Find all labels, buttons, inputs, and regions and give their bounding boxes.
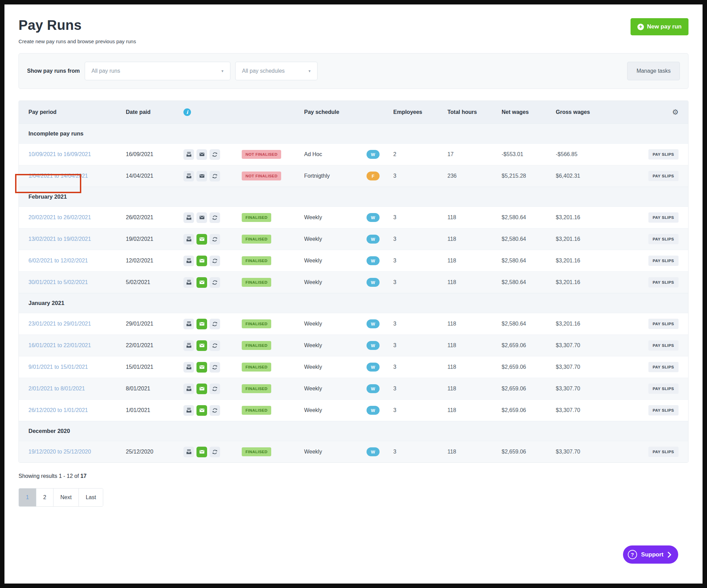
pay-slips-button[interactable]: PAY SLIPS [648, 447, 679, 457]
refresh-icon-button[interactable] [209, 256, 220, 266]
journal-icon-button[interactable] [183, 447, 194, 457]
total-hours-value: 118 [447, 407, 502, 413]
pay-slips-button[interactable]: PAY SLIPS [648, 277, 679, 287]
refresh-icon-button[interactable] [209, 234, 220, 245]
date-paid-value: 1/01/2021 [126, 407, 183, 413]
email-icon-button[interactable] [196, 256, 207, 266]
pay-period-link[interactable]: 19/12/2020 to 25/12/2020 [28, 449, 91, 455]
pay-period-link[interactable]: 23/01/2021 to 29/01/2021 [28, 321, 91, 327]
refresh-icon-button[interactable] [209, 212, 220, 223]
pay-slips-button[interactable]: PAY SLIPS [648, 149, 679, 160]
envelope-icon [199, 449, 205, 455]
employees-value: 3 [393, 279, 447, 285]
refresh-icon [212, 386, 218, 392]
envelope-icon [199, 152, 205, 157]
page-header: Pay Runs Create new pay runs and browse … [19, 17, 688, 44]
journal-icon-button[interactable] [183, 319, 194, 329]
pay-period-link[interactable]: 20/02/2021 to 26/02/2021 [28, 214, 91, 220]
total-hours-value: 118 [447, 258, 502, 264]
envelope-icon [199, 386, 205, 391]
refresh-icon-button[interactable] [209, 405, 220, 416]
journal-icon-button[interactable] [183, 340, 194, 351]
refresh-icon [212, 408, 218, 413]
page-1-button[interactable]: 1 [19, 489, 36, 506]
status-badge: NOT FINALISED [242, 150, 281, 159]
status-badge: FINALISED [242, 406, 271, 415]
employees-value: 3 [393, 173, 447, 179]
pay-run-row: 23/01/2021 to 29/01/202129/01/2021FINALI… [19, 313, 688, 334]
email-icon-button[interactable] [196, 405, 207, 416]
total-hours-value: 118 [447, 386, 502, 392]
next-page-button[interactable]: Next [53, 489, 79, 506]
col-pay-schedule: Pay schedule [304, 109, 367, 115]
journal-icon-button[interactable] [183, 171, 194, 181]
email-icon-button[interactable] [196, 149, 207, 160]
last-page-button[interactable]: Last [79, 489, 103, 506]
pay-runs-page: Pay Runs Create new pay runs and browse … [4, 4, 703, 584]
refresh-icon-button[interactable] [209, 171, 220, 181]
pay-period-link[interactable]: 16/01/2021 to 22/01/2021 [28, 342, 91, 348]
journal-icon-button[interactable] [183, 149, 194, 160]
pay-slips-button[interactable]: PAY SLIPS [648, 384, 679, 394]
email-icon-button[interactable] [196, 340, 207, 351]
pay-period-link[interactable]: 6/02/2021 to 12/02/2021 [28, 258, 88, 263]
manage-tasks-button[interactable]: Manage tasks [627, 62, 680, 80]
email-icon-button[interactable] [196, 277, 207, 288]
email-icon-button[interactable] [196, 384, 207, 394]
total-hours-value: 118 [447, 321, 502, 327]
refresh-icon-button[interactable] [209, 149, 220, 160]
journal-icon-button[interactable] [183, 234, 194, 245]
journal-icon-button[interactable] [183, 212, 194, 223]
pay-slips-button[interactable]: PAY SLIPS [648, 362, 679, 372]
email-icon-button[interactable] [196, 212, 207, 223]
email-icon-button[interactable] [196, 171, 207, 181]
journal-icon-button[interactable] [183, 362, 194, 373]
pay-period-link[interactable]: 26/12/2020 to 1/01/2021 [28, 407, 88, 413]
pay-period-link[interactable]: 13/02/2021 to 19/02/2021 [28, 236, 91, 242]
pay-period-link[interactable]: 9/01/2021 to 15/01/2021 [28, 364, 88, 370]
pay-schedule-value: Weekly [304, 236, 367, 242]
filter-bar: Show pay runs from All pay runs ▾ All pa… [19, 53, 688, 89]
new-pay-run-button[interactable]: + New pay run [631, 18, 688, 35]
info-icon[interactable]: i [183, 108, 191, 116]
refresh-icon-button[interactable] [209, 447, 220, 457]
journal-icon-button[interactable] [183, 277, 194, 288]
date-paid-value: 15/01/2021 [126, 364, 183, 370]
pay-slips-button[interactable]: PAY SLIPS [648, 319, 679, 329]
pay-slips-button[interactable]: PAY SLIPS [648, 340, 679, 351]
email-icon-button[interactable] [196, 447, 207, 457]
refresh-icon-button[interactable] [209, 384, 220, 394]
journal-icon-button[interactable] [183, 384, 194, 394]
journal-icon-button[interactable] [183, 256, 194, 266]
pay-period-link[interactable]: 1/04/2021 to 14/04/2021 [28, 173, 88, 179]
refresh-icon-button[interactable] [209, 277, 220, 288]
pay-schedule-value: Weekly [304, 449, 367, 455]
pay-slips-button[interactable]: PAY SLIPS [648, 212, 679, 223]
journal-icon [186, 408, 192, 413]
refresh-icon-button[interactable] [209, 362, 220, 373]
pay-slips-button[interactable]: PAY SLIPS [648, 256, 679, 266]
refresh-icon-button[interactable] [209, 340, 220, 351]
refresh-icon [212, 321, 218, 327]
pay-slips-button[interactable]: PAY SLIPS [648, 405, 679, 415]
email-icon-button[interactable] [196, 362, 207, 373]
support-button[interactable]: ? Support [623, 545, 678, 564]
pay-slips-button[interactable]: PAY SLIPS [648, 171, 679, 181]
pay-runs-dropdown[interactable]: All pay runs ▾ [85, 62, 230, 80]
journal-icon [186, 343, 192, 348]
pay-schedules-dropdown[interactable]: All pay schedules ▾ [235, 62, 317, 80]
journal-icon-button[interactable] [183, 405, 194, 416]
pay-period-link[interactable]: 10/09/2021 to 16/09/2021 [28, 151, 91, 157]
journal-icon [186, 364, 192, 370]
email-icon-button[interactable] [196, 319, 207, 329]
pay-slips-button[interactable]: PAY SLIPS [648, 234, 679, 244]
email-icon-button[interactable] [196, 234, 207, 245]
journal-icon [186, 449, 192, 455]
pay-period-link[interactable]: 30/01/2021 to 5/02/2021 [28, 279, 88, 285]
schedule-letter-badge: W [367, 278, 380, 287]
envelope-icon [199, 364, 205, 370]
refresh-icon-button[interactable] [209, 319, 220, 329]
pay-period-link[interactable]: 2/01/2021 to 8/01/2021 [28, 386, 85, 391]
page-2-button[interactable]: 2 [36, 489, 53, 506]
gear-icon[interactable]: ⚙ [672, 108, 679, 116]
